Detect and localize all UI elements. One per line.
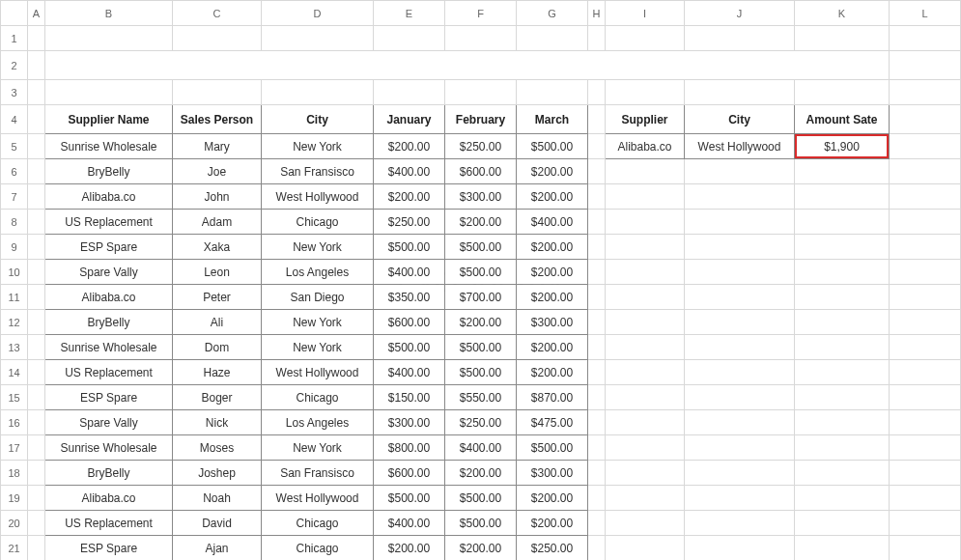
data-cell[interactable]: New York [262, 235, 374, 260]
data-cell[interactable]: $200.00 [374, 134, 445, 159]
data-cell[interactable]: $600.00 [374, 461, 445, 486]
result-amount[interactable]: $1,900 [795, 134, 890, 159]
table-row[interactable]: 15ESP SpareBogerChicago$150.00$550.00$87… [1, 385, 961, 410]
data-cell[interactable]: Alibaba.co [45, 285, 173, 310]
row-10[interactable]: 10 [1, 260, 28, 285]
spreadsheet-grid[interactable]: A B C D E F G H I J K L 1 2 Utilizing SU… [0, 0, 961, 560]
data-cell[interactable]: Sunrise Wholesale [45, 335, 173, 360]
data-cell[interactable]: Alibaba.co [45, 486, 173, 511]
data-cell[interactable]: $200.00 [445, 210, 517, 235]
row-16[interactable]: 16 [1, 410, 28, 435]
col-H[interactable]: H [588, 1, 606, 26]
col-I[interactable]: I [606, 1, 685, 26]
table-row[interactable]: 7Alibaba.coJohnWest Hollywood$200.00$300… [1, 184, 961, 210]
data-cell[interactable]: West Hollywood [262, 184, 374, 210]
row-18[interactable]: 18 [1, 461, 28, 486]
table-row[interactable]: 12BryBellyAliNew York$600.00$200.00$300.… [1, 310, 961, 335]
data-cell[interactable]: David [173, 511, 262, 536]
row-6[interactable]: 6 [1, 159, 28, 184]
data-cell[interactable]: Nick [173, 410, 262, 435]
data-cell[interactable]: $250.00 [374, 210, 445, 235]
col-J[interactable]: J [685, 1, 795, 26]
table-row[interactable]: 5Sunrise WholesaleMaryNew York$200.00$25… [1, 134, 961, 159]
data-cell[interactable]: US Replacement [45, 360, 173, 385]
data-cell[interactable]: $350.00 [374, 285, 445, 310]
data-cell[interactable]: $200.00 [517, 260, 588, 285]
row-2[interactable]: 2 [1, 51, 28, 80]
table-row[interactable]: 20US ReplacementDavidChicago$400.00$500.… [1, 511, 961, 536]
data-cell[interactable]: Leon [173, 260, 262, 285]
row-14[interactable]: 14 [1, 360, 28, 385]
t2-hdr-amount[interactable]: Amount Sate [795, 105, 890, 134]
data-cell[interactable]: Spare Vally [45, 410, 173, 435]
t1-hdr-supplier[interactable]: Supplier Name [45, 105, 173, 134]
row-12[interactable]: 12 [1, 310, 28, 335]
table-row[interactable]: 18BryBellyJoshepSan Fransisco$600.00$200… [1, 461, 961, 486]
data-cell[interactable]: $300.00 [445, 184, 517, 210]
data-cell[interactable]: $400.00 [374, 159, 445, 184]
data-cell[interactable]: $200.00 [517, 511, 588, 536]
t2-hdr-supplier[interactable]: Supplier [606, 105, 685, 134]
col-E[interactable]: E [374, 1, 445, 26]
col-D[interactable]: D [262, 1, 374, 26]
row-5[interactable]: 5 [1, 134, 28, 159]
data-cell[interactable]: New York [262, 310, 374, 335]
table-row[interactable]: 21ESP SpareAjanChicago$200.00$200.00$250… [1, 536, 961, 561]
table-row[interactable]: 10Spare VallyLeonLos Angeles$400.00$500.… [1, 260, 961, 285]
data-cell[interactable]: Noah [173, 486, 262, 511]
data-cell[interactable]: Chicago [262, 385, 374, 410]
data-cell[interactable]: Sunrise Wholesale [45, 435, 173, 461]
data-cell[interactable]: US Replacement [45, 210, 173, 235]
data-cell[interactable]: $400.00 [374, 511, 445, 536]
data-cell[interactable]: Spare Vally [45, 260, 173, 285]
t1-hdr-mar[interactable]: March [517, 105, 588, 134]
col-K[interactable]: K [795, 1, 890, 26]
data-cell[interactable]: Alibaba.co [45, 184, 173, 210]
data-cell[interactable]: John [173, 184, 262, 210]
t1-hdr-feb[interactable]: February [445, 105, 517, 134]
data-cell[interactable]: $200.00 [517, 285, 588, 310]
data-cell[interactable]: BryBelly [45, 159, 173, 184]
data-cell[interactable]: BryBelly [45, 310, 173, 335]
data-cell[interactable]: $500.00 [374, 235, 445, 260]
data-cell[interactable]: $500.00 [374, 335, 445, 360]
data-cell[interactable]: Joshep [173, 461, 262, 486]
data-cell[interactable]: $200.00 [445, 310, 517, 335]
data-cell[interactable]: $200.00 [445, 461, 517, 486]
table-row[interactable]: 17Sunrise WholesaleMosesNew York$800.00$… [1, 435, 961, 461]
data-cell[interactable]: $200.00 [374, 536, 445, 561]
col-C[interactable]: C [173, 1, 262, 26]
data-cell[interactable]: San Fransisco [262, 461, 374, 486]
data-cell[interactable]: BryBelly [45, 461, 173, 486]
row-19[interactable]: 19 [1, 486, 28, 511]
data-cell[interactable]: ESP Spare [45, 536, 173, 561]
t1-hdr-jan[interactable]: January [374, 105, 445, 134]
data-cell[interactable]: ESP Spare [45, 235, 173, 260]
data-cell[interactable]: $200.00 [517, 486, 588, 511]
row-4[interactable]: 4 [1, 105, 28, 134]
data-cell[interactable]: $500.00 [445, 360, 517, 385]
result-city[interactable]: West Hollywood [685, 134, 795, 159]
data-cell[interactable]: $500.00 [445, 235, 517, 260]
data-cell[interactable]: $200.00 [517, 335, 588, 360]
row-15[interactable]: 15 [1, 385, 28, 410]
col-B[interactable]: B [45, 1, 173, 26]
data-cell[interactable]: $400.00 [517, 210, 588, 235]
row-13[interactable]: 13 [1, 335, 28, 360]
result-supplier[interactable]: Alibaba.co [606, 134, 685, 159]
data-cell[interactable]: ESP Spare [45, 385, 173, 410]
data-cell[interactable]: US Replacement [45, 511, 173, 536]
data-cell[interactable]: $600.00 [374, 310, 445, 335]
data-cell[interactable]: $200.00 [374, 184, 445, 210]
data-cell[interactable]: $500.00 [445, 511, 517, 536]
data-cell[interactable]: Adam [173, 210, 262, 235]
table-row[interactable]: 6BryBellyJoeSan Fransisco$400.00$600.00$… [1, 159, 961, 184]
t1-hdr-sales-person[interactable]: Sales Person [173, 105, 262, 134]
row-3[interactable]: 3 [1, 80, 28, 105]
data-cell[interactable]: $250.00 [445, 134, 517, 159]
data-cell[interactable]: West Hollywood [262, 360, 374, 385]
data-cell[interactable]: Haze [173, 360, 262, 385]
data-cell[interactable]: $800.00 [374, 435, 445, 461]
data-cell[interactable]: $150.00 [374, 385, 445, 410]
t1-hdr-city[interactable]: City [262, 105, 374, 134]
